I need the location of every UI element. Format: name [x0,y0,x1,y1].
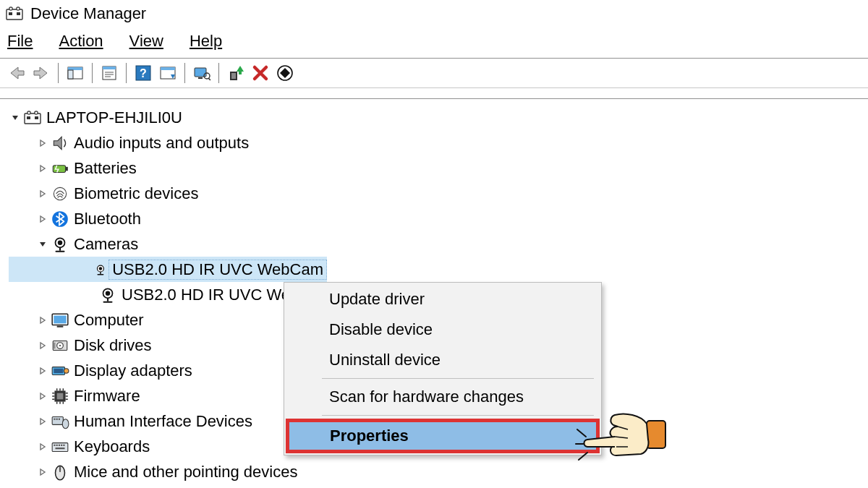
context-separator [322,378,594,379]
tree-item-label: Human Interface Devices [74,412,252,431]
expander-icon[interactable] [36,390,49,403]
svg-marker-68 [285,68,290,78]
toolbar-uninstall[interactable] [250,62,271,84]
ctx-item-label: Uninstall device [329,351,441,369]
camera-icon [94,260,107,279]
keyboard-icon [51,437,69,456]
expander-icon[interactable] [36,137,49,150]
expander-icon[interactable] [36,364,49,377]
menu-help[interactable]: Help [187,30,225,52]
device-manager-icon [4,5,25,22]
fingerprint-icon [51,184,69,203]
tree-root[interactable]: LAPTOP-EHJILI0U [9,105,868,130]
tree-item-label: Bluetooth [74,210,141,228]
camera-icon [51,235,69,254]
ctx-item-label: Update driver [329,290,425,308]
tree-item-label: Cameras [74,235,138,254]
tree-root-label: LAPTOP-EHJILI0U [46,108,182,127]
monitor-icon [51,311,69,330]
toolbar-scan-hardware[interactable] [274,62,296,84]
toolbar-forward[interactable] [30,62,52,84]
ctx-uninstall-device[interactable]: Uninstall device [286,345,600,375]
toolbar: ? [0,59,868,87]
menu-action[interactable]: Action [56,30,106,52]
tree-item-label: Computer [74,311,144,330]
menu-bar: File Action View Help [0,25,868,58]
toolbar-properties[interactable] [98,62,120,84]
tree-item-label: USB2.0 HD IR UVC Web [122,286,299,304]
disk-icon [51,336,69,355]
tree-item-camera-device-1[interactable]: USB2.0 HD IR UVC WebCam [9,257,327,282]
context-separator [322,415,594,416]
ctx-item-label: Disable device [329,320,433,338]
tree-item-label: Biometric devices [74,184,198,203]
toolbar-action-center[interactable] [157,62,179,84]
svg-rect-56 [161,67,175,70]
hid-icon [51,412,69,431]
title-bar: Device Manager [0,0,868,25]
expander-icon[interactable] [36,162,49,175]
chip-icon [51,387,69,406]
speaker-icon [51,134,69,153]
tree-item-label: Audio inputs and outputs [74,134,249,153]
toolbar-update-driver[interactable] [225,62,247,84]
tree-item-label: Keyboards [74,437,150,456]
ctx-scan-hardware[interactable]: Scan for hardware changes [286,382,600,412]
expander-icon[interactable] [36,314,49,327]
ctx-item-label: Properties [330,427,409,445]
svg-rect-47 [68,70,73,79]
ctx-update-driver[interactable]: Update driver [286,284,600,314]
expander-icon[interactable] [36,466,49,479]
tree-item-label: Batteries [74,159,137,178]
ctx-disable-device[interactable]: Disable device [286,314,600,345]
menu-view[interactable]: View [127,30,166,52]
toolbar-back[interactable] [6,62,27,84]
bluetooth-icon [51,210,69,228]
toolbar-show-hide-tree[interactable] [64,62,86,84]
svg-marker-64 [237,66,244,72]
expander-icon[interactable] [36,440,49,453]
tree-item-label: Disk drives [74,336,152,355]
tree-item-label: Firmware [74,387,140,406]
mouse-icon [51,463,69,481]
svg-text:?: ? [140,67,147,80]
battery-icon [51,159,69,178]
tree-item-biometric[interactable]: Biometric devices [9,181,868,206]
ctx-properties[interactable]: Properties [286,419,600,453]
toolbar-show-hidden[interactable] [191,62,213,84]
expander-icon[interactable] [36,187,49,200]
tree-item-label: USB2.0 HD IR UVC WebCam [109,260,327,280]
svg-rect-49 [103,67,116,69]
menu-file[interactable]: File [4,30,35,52]
tree-item-label: Display adapters [74,361,192,380]
expander-icon[interactable] [36,238,49,251]
ctx-item-label: Scan for hardware changes [329,388,524,406]
expander-icon[interactable] [9,111,22,124]
expander-icon[interactable] [36,213,49,226]
tree-item-bluetooth[interactable]: Bluetooth [9,206,868,231]
context-menu: Update driver Disable device Uninstall d… [284,282,602,455]
computer-icon [23,108,42,127]
tree-item-cameras[interactable]: Cameras [9,231,868,257]
svg-rect-65 [239,72,242,74]
svg-rect-59 [198,77,203,79]
window-title: Device Manager [30,4,146,23]
svg-line-61 [208,78,210,80]
svg-rect-63 [231,73,236,79]
display-adapter-icon [51,361,69,380]
expander-icon[interactable] [36,339,49,352]
svg-marker-67 [280,68,285,78]
tree-item-batteries[interactable]: Batteries [9,155,868,181]
camera-icon [98,286,117,304]
svg-rect-46 [68,67,82,70]
toolbar-help[interactable]: ? [132,62,154,84]
tree-item-label: Mice and other pointing devices [74,463,297,481]
tree-item-mice[interactable]: Mice and other pointing devices [9,459,868,484]
expander-icon[interactable] [36,415,49,428]
tree-item-audio[interactable]: Audio inputs and outputs [9,130,868,155]
